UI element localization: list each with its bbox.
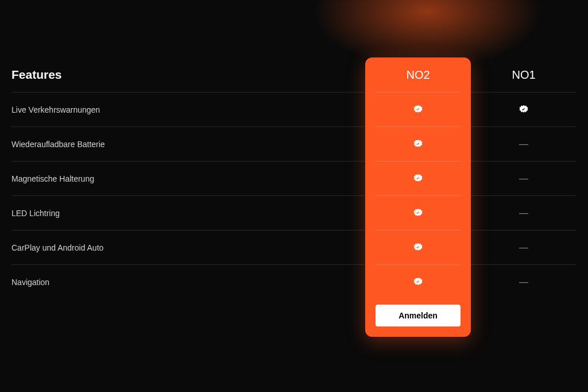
check-badge-icon (412, 242, 424, 253)
check-badge-icon (412, 104, 424, 116)
other-cell: — (471, 161, 577, 195)
dash-icon: — (519, 243, 528, 253)
feature-label: Magnetische Halterung (11, 174, 94, 183)
other-cell (471, 92, 577, 126)
feature-row: Magnetische Halterung (11, 161, 365, 195)
other-cell: — (471, 195, 577, 230)
feature-row: Navigation (11, 264, 365, 299)
feature-row: LED Lichtring (11, 195, 365, 230)
highlight-column: NO2 (365, 57, 471, 337)
check-badge-icon (412, 207, 424, 219)
dash-icon: — (519, 139, 528, 149)
feature-row: Wiederaufladbare Batterie (11, 126, 365, 161)
dash-icon: — (519, 277, 528, 287)
dash-icon: — (519, 208, 528, 218)
other-cell: — (471, 126, 577, 161)
signup-button[interactable]: Anmelden (376, 305, 461, 326)
highlight-cell (376, 195, 461, 230)
feature-label: LED Lichtring (11, 209, 60, 218)
highlight-cell (376, 264, 461, 299)
check-badge-icon (412, 139, 424, 150)
check-badge-icon (518, 104, 529, 116)
features-column: Features Live Verkehrswarnungen Wiederau… (11, 57, 365, 337)
comparison-table: Features Live Verkehrswarnungen Wiederau… (0, 0, 588, 337)
dash-icon: — (519, 174, 528, 184)
feature-label: Wiederaufladbare Batterie (11, 140, 105, 149)
check-badge-icon (412, 276, 424, 288)
highlight-title: NO2 (406, 68, 430, 82)
features-title: Features (11, 68, 62, 82)
feature-label: Live Verkehrswarnungen (11, 105, 100, 114)
feature-label: CarPlay und Android Auto (11, 243, 103, 252)
other-header: NO1 (471, 57, 577, 92)
other-cell: — (471, 264, 577, 299)
feature-row: CarPlay und Android Auto (11, 230, 365, 264)
highlight-cell (376, 230, 461, 264)
other-cell: — (471, 230, 577, 264)
feature-row: Live Verkehrswarnungen (11, 92, 365, 126)
highlight-cell (376, 126, 461, 161)
other-column: NO1 — — — — — (471, 57, 577, 337)
highlight-header: NO2 (376, 57, 461, 92)
cta-row: Anmelden (376, 299, 461, 326)
features-header: Features (11, 57, 365, 92)
check-badge-icon (412, 173, 424, 185)
highlight-cell (376, 161, 461, 195)
feature-label: Navigation (11, 278, 49, 287)
other-title: NO1 (512, 68, 535, 82)
highlight-cell (376, 92, 461, 126)
